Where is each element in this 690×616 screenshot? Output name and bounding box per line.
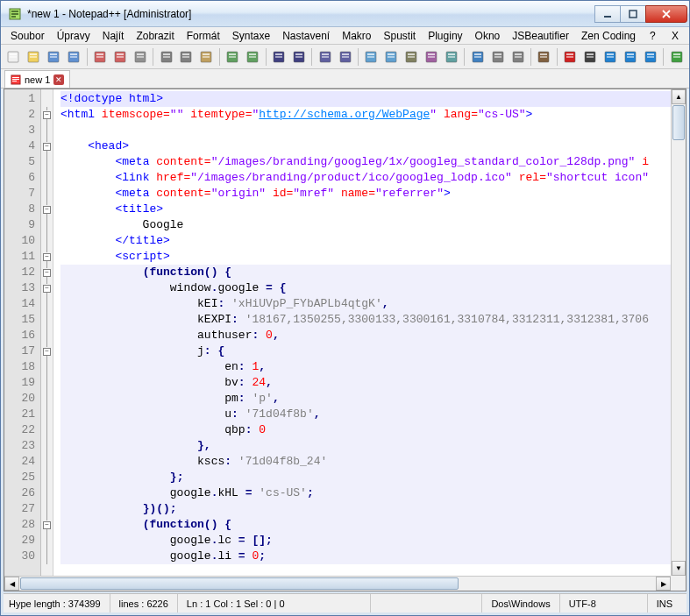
code-line[interactable]: },: [60, 438, 682, 454]
menu-naj-t[interactable]: Najít: [96, 28, 131, 44]
code-line[interactable]: </title>: [60, 233, 682, 249]
fold-cell[interactable]: [41, 470, 53, 485]
code-line[interactable]: google.lc = [];: [60, 533, 682, 549]
zoom-in-icon[interactable]: [316, 47, 334, 67]
close-all-icon[interactable]: [110, 47, 129, 67]
titlebar[interactable]: *new 1 - Notepad++ [Administrator]: [1, 1, 689, 27]
fold-toggle-icon[interactable]: −: [43, 521, 51, 529]
tab-close-button[interactable]: ✕: [53, 74, 64, 85]
code-line[interactable]: (function() {: [60, 265, 682, 280]
status-encoding[interactable]: UTF-8: [560, 594, 648, 612]
code-line[interactable]: <meta content="/images/branding/googleg/…: [60, 154, 682, 170]
code-line[interactable]: <!doctype html>: [60, 91, 682, 107]
fold-column[interactable]: −−−−−−−−: [41, 89, 53, 591]
line-number[interactable]: 10: [4, 233, 40, 249]
fold-cell[interactable]: [41, 501, 53, 517]
code-line[interactable]: })();: [60, 501, 682, 517]
save-icon[interactable]: [45, 47, 63, 67]
line-number[interactable]: 29: [4, 533, 40, 549]
scroll-down-button[interactable]: ▼: [672, 561, 686, 576]
status-mode[interactable]: INS: [648, 594, 681, 612]
line-number[interactable]: 30: [4, 549, 40, 564]
code-line[interactable]: en: 1,: [60, 359, 682, 375]
redo-icon[interactable]: [244, 47, 262, 67]
code-line[interactable]: pm: 'p',: [60, 391, 682, 407]
fold-cell[interactable]: [41, 123, 53, 138]
fold-cell[interactable]: [41, 328, 53, 343]
line-number[interactable]: 28: [4, 517, 40, 533]
print-icon[interactable]: [131, 47, 149, 67]
fold-cell[interactable]: [41, 91, 53, 107]
code-line[interactable]: j: {: [60, 343, 682, 359]
stop-icon[interactable]: [581, 47, 600, 67]
fold-cell[interactable]: −: [41, 517, 53, 533]
status-eol[interactable]: Dos\Windows: [481, 594, 559, 612]
fold-toggle-icon[interactable]: −: [43, 206, 51, 214]
line-number[interactable]: 2: [4, 107, 40, 123]
line-number[interactable]: 1: [4, 91, 40, 107]
fold-toggle-icon[interactable]: −: [43, 269, 51, 277]
line-number[interactable]: 8: [4, 202, 40, 217]
indent-icon[interactable]: [443, 47, 461, 67]
line-number[interactable]: 9: [4, 217, 40, 233]
fold-cell[interactable]: [41, 438, 53, 454]
tab-new1[interactable]: new 1 ✕: [4, 70, 70, 88]
code-line[interactable]: kscs: '71d04f8b_24': [60, 454, 682, 470]
zoom-out-icon[interactable]: [336, 47, 354, 67]
code-line[interactable]: u: '71d04f8b',: [60, 407, 682, 422]
fold-cell[interactable]: [41, 217, 53, 233]
line-number[interactable]: 11: [4, 249, 40, 265]
code-line[interactable]: <head>: [60, 138, 682, 154]
menu-zobrazit[interactable]: Zobrazit: [130, 28, 180, 44]
line-number[interactable]: 12: [4, 265, 40, 280]
fold-cell[interactable]: −: [41, 280, 53, 296]
fold-cell[interactable]: −: [41, 249, 53, 265]
line-number[interactable]: 13: [4, 280, 40, 296]
line-number[interactable]: 7: [4, 186, 40, 202]
menu-jsbeautifier[interactable]: JSBeautifier: [506, 28, 575, 44]
code-area[interactable]: <!doctype html><html itemscope="" itemty…: [53, 89, 686, 591]
fold-cell[interactable]: [41, 391, 53, 407]
fold-icon[interactable]: [535, 47, 553, 67]
line-number[interactable]: 3: [4, 123, 40, 138]
code-line[interactable]: (function() {: [60, 517, 682, 533]
menu-syntaxe[interactable]: Syntaxe: [226, 28, 276, 44]
line-number[interactable]: 15: [4, 312, 40, 328]
fold-cell[interactable]: [41, 359, 53, 375]
fold-toggle-icon[interactable]: −: [43, 285, 51, 293]
maximize-button[interactable]: [620, 5, 646, 23]
menu-makro[interactable]: Makro: [336, 28, 377, 44]
code-line[interactable]: };: [60, 470, 682, 485]
fold-cell[interactable]: [41, 154, 53, 170]
fold-cell[interactable]: [41, 375, 53, 391]
monitor-icon[interactable]: [667, 47, 686, 67]
hscroll-thumb[interactable]: [20, 577, 459, 590]
menu-soubor[interactable]: Soubor: [4, 28, 51, 44]
line-number[interactable]: 22: [4, 422, 40, 438]
scroll-left-button[interactable]: ◀: [4, 577, 19, 591]
code-line[interactable]: bv: 24,: [60, 375, 682, 391]
line-number[interactable]: 17: [4, 343, 40, 359]
menu-zen-coding[interactable]: Zen Coding: [575, 28, 642, 44]
code-line[interactable]: authuser: 0,: [60, 328, 682, 343]
save-macro-icon[interactable]: [641, 47, 659, 67]
line-number[interactable]: 26: [4, 485, 40, 501]
line-number[interactable]: 21: [4, 407, 40, 422]
code-line[interactable]: <script>: [60, 249, 682, 265]
open-file-icon[interactable]: [25, 47, 43, 67]
wrap-icon[interactable]: [402, 47, 421, 67]
horizontal-scrollbar[interactable]: ◀ ▶: [4, 576, 671, 591]
fold-cell[interactable]: [41, 233, 53, 249]
code-line[interactable]: [60, 123, 682, 138]
fold-cell[interactable]: [41, 485, 53, 501]
line-number[interactable]: 14: [4, 296, 40, 312]
play-icon[interactable]: [601, 47, 620, 67]
sync-h-icon[interactable]: [382, 47, 401, 67]
menu-pluginy[interactable]: Pluginy: [422, 28, 468, 44]
line-number[interactable]: 24: [4, 454, 40, 470]
code-line[interactable]: google.li = 0;: [60, 549, 682, 564]
line-number-gutter[interactable]: 1234567891011121314151617181920212223242…: [4, 89, 41, 591]
code-line[interactable]: kEI: 'xHiUVpP_FYbAPLb4qtgK',: [60, 296, 682, 312]
fold-cell[interactable]: [41, 407, 53, 422]
code-line[interactable]: google.kHL = 'cs-US';: [60, 485, 682, 501]
